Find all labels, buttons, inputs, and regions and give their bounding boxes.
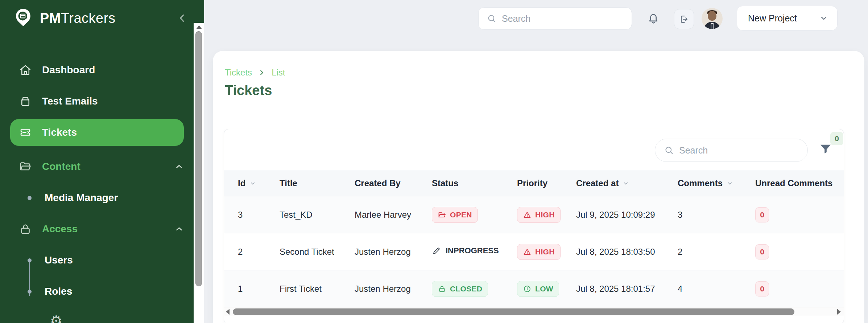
brand-name: PMTrackers: [40, 11, 115, 26]
folder-open-icon: [438, 210, 446, 219]
unread-count-badge: 0: [755, 281, 769, 297]
cell-id: 1: [224, 284, 280, 294]
cell-id: 2: [224, 247, 280, 257]
cell-comments: 4: [678, 284, 755, 294]
sidebar-collapse-button[interactable]: [176, 12, 188, 24]
page-title: Tickets: [225, 83, 272, 98]
cell-status: INPROGRESS: [432, 246, 517, 258]
sort-chevron-icon: [622, 180, 629, 187]
column-header-unread-comments: Unread Comments: [755, 178, 844, 188]
notifications-button[interactable]: [645, 10, 662, 28]
cell-title: Second Ticket: [280, 247, 355, 257]
warning-triangle-icon: [523, 248, 532, 256]
user-avatar[interactable]: [702, 8, 723, 29]
column-header-id[interactable]: Id: [224, 178, 280, 188]
main-area: New Project Tickets List Tickets: [204, 0, 868, 323]
filter-count-badge: 0: [830, 132, 843, 145]
cell-priority: HIGH: [517, 244, 576, 260]
sidebar-item-dashboard[interactable]: Dashboard: [10, 57, 184, 83]
sidebar-item-media-manager[interactable]: Media Manager: [0, 184, 204, 211]
scroll-right-arrow[interactable]: [837, 309, 841, 315]
column-header-created-by: Created By: [355, 178, 432, 188]
column-header-comments[interactable]: Comments: [678, 178, 755, 188]
chevron-left-icon: [176, 12, 188, 24]
app-root: PMTrackers Dashboard Test Emails Tickets…: [0, 0, 868, 323]
table-search-input[interactable]: [679, 145, 799, 156]
logout-button[interactable]: [674, 9, 694, 29]
sidebar: PMTrackers Dashboard Test Emails Tickets…: [0, 0, 204, 323]
unread-count-badge: 0: [755, 244, 769, 259]
sidebar-item-label: Tickets: [42, 127, 77, 138]
cell-unread-comments: 0: [755, 207, 844, 222]
folder-icon: [19, 160, 32, 173]
chevron-down-icon: [819, 13, 828, 23]
breadcrumb-tickets[interactable]: Tickets: [225, 68, 252, 78]
scroll-up-arrow[interactable]: [196, 25, 202, 29]
horizontal-scrollbar-thumb[interactable]: [233, 308, 794, 315]
table-header-row: Id Title Created By Status Priority Crea…: [224, 170, 844, 196]
cell-created-by: Marlee Harvey: [355, 210, 432, 220]
sidebar-item-label: Dashboard: [42, 64, 95, 76]
cell-title: First Ticket: [280, 284, 355, 294]
global-search[interactable]: [478, 7, 632, 30]
sidebar-item-test-emails[interactable]: Test Emails: [10, 88, 184, 115]
cell-created-at: Jul 8, 2025 18:01:57: [576, 284, 678, 294]
priority-badge-high: HIGH: [517, 244, 561, 260]
cell-created-by: Justen Herzog: [355, 284, 432, 294]
cell-priority: HIGH: [517, 207, 576, 223]
chevron-right-icon: [258, 69, 266, 77]
chevron-up-icon: [174, 224, 184, 234]
table-toolbar: 0: [224, 129, 844, 170]
sidebar-item-users[interactable]: Users: [0, 247, 204, 274]
lock-icon: [438, 285, 446, 293]
cell-comments: 2: [678, 247, 755, 257]
cell-created-at: Jul 8, 2025 18:03:50: [576, 247, 678, 257]
info-circle-icon: [523, 285, 532, 293]
chevron-up-icon: [174, 162, 184, 171]
gear-icon: ⚙: [50, 313, 62, 323]
sidebar-section-content[interactable]: Content: [0, 153, 204, 180]
table-search[interactable]: [655, 139, 808, 162]
project-selector[interactable]: New Project: [737, 6, 838, 30]
cell-status: OPEN: [432, 207, 517, 223]
global-search-input[interactable]: [502, 13, 624, 24]
content-card: Tickets List Tickets 0: [213, 51, 864, 323]
cell-status: CLOSED: [432, 281, 517, 297]
status-badge-open: OPEN: [432, 207, 478, 223]
cell-created-by: Justen Herzog: [355, 247, 432, 257]
cell-title: Test_KD: [280, 210, 355, 220]
status-badge-closed: CLOSED: [432, 281, 488, 297]
table-row[interactable]: 3 Test_KD Marlee Harvey OPEN HIGH: [224, 196, 844, 233]
breadcrumb-list[interactable]: List: [272, 68, 285, 78]
sidebar-section-access[interactable]: Access: [0, 216, 204, 242]
ticket-icon: [19, 126, 32, 139]
sidebar-section-label: Access: [42, 223, 78, 235]
sidebar-item-tickets[interactable]: Tickets: [10, 119, 184, 146]
status-inprogress: INPROGRESS: [432, 246, 499, 255]
priority-badge-high: HIGH: [517, 207, 561, 223]
sidebar-item-roles[interactable]: Roles: [0, 278, 204, 305]
cell-priority: LOW: [517, 281, 576, 297]
breadcrumb: Tickets List: [225, 68, 285, 78]
warning-triangle-icon: [523, 210, 532, 219]
bullet-icon: [28, 258, 32, 262]
lock-icon: [19, 222, 32, 236]
sidebar-item-label: Roles: [45, 286, 72, 297]
cell-comments: 3: [678, 210, 755, 220]
sidebar-scrollbar-thumb[interactable]: [195, 31, 202, 286]
column-header-created-at[interactable]: Created at: [576, 178, 678, 188]
sidebar-scrollbar[interactable]: [194, 23, 204, 323]
sidebar-item-label: Test Emails: [42, 95, 98, 107]
cell-unread-comments: 0: [755, 244, 844, 259]
pencil-icon: [432, 246, 441, 255]
cell-unread-comments: 0: [755, 281, 844, 297]
horizontal-scrollbar[interactable]: [224, 307, 844, 316]
table-row[interactable]: 1 First Ticket Justen Herzog CLOSED LOW: [224, 270, 844, 307]
sort-chevron-icon: [726, 180, 733, 187]
sidebar-item-label: Users: [45, 254, 73, 266]
topbar: New Project: [204, 0, 868, 51]
bullet-icon: [28, 196, 32, 200]
unread-count-badge: 0: [755, 207, 769, 222]
scroll-left-arrow[interactable]: [226, 309, 230, 315]
table-row[interactable]: 2 Second Ticket Justen Herzog INPROGRESS…: [224, 233, 844, 270]
